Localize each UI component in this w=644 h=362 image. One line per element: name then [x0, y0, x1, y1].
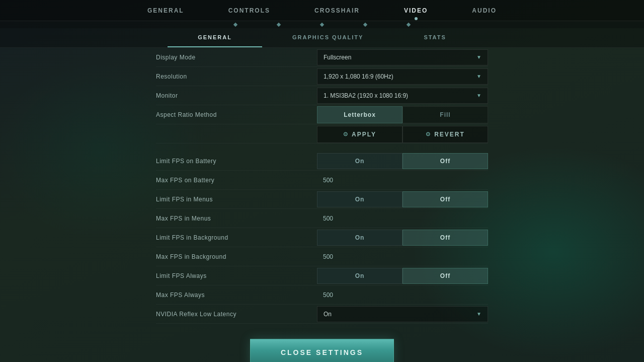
- display-mode-row: Display Mode Fullscreen ▼: [156, 48, 488, 67]
- tab-general[interactable]: GENERAL: [168, 28, 262, 47]
- limit-fps-battery-control: On Off: [317, 153, 488, 169]
- limit-fps-always-row: Limit FPS Always On Off: [156, 266, 488, 285]
- limit-fps-battery-on[interactable]: On: [317, 153, 403, 169]
- tab-stats[interactable]: STATS: [393, 28, 476, 47]
- limit-fps-always-label: Limit FPS Always: [156, 268, 317, 283]
- top-nav: GENERAL CONTROLS CROSSHAIR VIDEO AUDIO: [0, 0, 644, 21]
- apply-revert-row: ⊙ APPLY ⊙ REVERT: [156, 124, 488, 143]
- apply-icon: ⊙: [343, 131, 349, 137]
- limit-fps-background-toggle: On Off: [317, 230, 488, 246]
- nav-audio[interactable]: AUDIO: [470, 7, 499, 14]
- display-mode-arrow: ▼: [476, 54, 481, 60]
- display-mode-control: Fullscreen ▼: [317, 49, 488, 65]
- max-fps-menus-label: Max FPS in Menus: [156, 211, 317, 226]
- letterbox-button[interactable]: Letterbox: [317, 106, 403, 123]
- monitor-arrow: ▼: [476, 93, 481, 98]
- max-fps-battery-row: Max FPS on Battery 500: [156, 171, 488, 190]
- nav-video[interactable]: VIDEO: [402, 7, 430, 14]
- apply-label: APPLY: [352, 131, 376, 138]
- max-fps-menus-value: 500: [317, 211, 339, 226]
- max-fps-always-row: Max FPS Always 500: [156, 285, 488, 305]
- limit-fps-battery-off[interactable]: Off: [403, 153, 488, 169]
- display-mode-dropdown[interactable]: Fullscreen ▼: [317, 49, 488, 65]
- limit-fps-menus-toggle: On Off: [317, 191, 488, 207]
- nvidia-reflex-control: On ▼: [317, 306, 488, 322]
- aspect-ratio-control: Letterbox Fill: [317, 106, 488, 123]
- monitor-dropdown[interactable]: 1. MSI3BA2 (1920 x 1080 16:9) ▼: [317, 88, 488, 104]
- limit-fps-menus-label: Limit FPS in Menus: [156, 192, 317, 207]
- limit-fps-menus-control: On Off: [317, 191, 488, 207]
- tab-graphics-quality[interactable]: GRAPHICS QUALITY: [262, 28, 393, 47]
- max-fps-background-value: 500: [317, 249, 339, 264]
- settings-area: Display Mode Fullscreen ▼ Resolution 1,9…: [156, 48, 488, 362]
- nvidia-reflex-label: NVIDIA Reflex Low Latency: [156, 307, 317, 322]
- limit-fps-battery-toggle: On Off: [317, 153, 488, 169]
- limit-fps-background-control: On Off: [317, 230, 488, 246]
- nav-dot-controls: [277, 23, 281, 27]
- nvidia-reflex-row: NVIDIA Reflex Low Latency On ▼: [156, 305, 488, 324]
- nav-general[interactable]: GENERAL: [145, 7, 186, 14]
- limit-fps-background-label: Limit FPS in Background: [156, 230, 317, 245]
- max-fps-battery-control: 500: [317, 173, 488, 188]
- limit-fps-background-off[interactable]: Off: [403, 230, 488, 246]
- revert-label: REVERT: [434, 131, 465, 138]
- limit-fps-always-toggle: On Off: [317, 268, 488, 284]
- limit-fps-always-off[interactable]: Off: [403, 268, 488, 284]
- limit-fps-battery-row: Limit FPS on Battery On Off: [156, 152, 488, 171]
- apply-button[interactable]: ⊙ APPLY: [317, 126, 403, 143]
- nvidia-reflex-value: On: [324, 311, 332, 318]
- nav-dot-video: [363, 23, 367, 27]
- monitor-row: Monitor 1. MSI3BA2 (1920 x 1080 16:9) ▼: [156, 86, 488, 105]
- aspect-ratio-row: Aspect Ratio Method Letterbox Fill: [156, 105, 488, 124]
- spacer-1: [156, 143, 488, 152]
- resolution-arrow: ▼: [476, 74, 481, 79]
- sub-tabs: GENERAL GRAPHICS QUALITY STATS: [0, 28, 644, 48]
- limit-fps-menus-off[interactable]: Off: [403, 191, 488, 207]
- close-settings-button[interactable]: CLOSE SETTINGS: [250, 339, 394, 362]
- apply-revert-spacer: [156, 130, 317, 138]
- monitor-control: 1. MSI3BA2 (1920 x 1080 16:9) ▼: [317, 88, 488, 104]
- limit-fps-background-on[interactable]: On: [317, 230, 403, 246]
- revert-button[interactable]: ⊙ REVERT: [403, 126, 488, 143]
- max-fps-always-value: 500: [317, 287, 339, 303]
- nav-dots: [0, 21, 644, 28]
- close-settings-wrap: CLOSE SETTINGS: [156, 339, 488, 362]
- fill-button[interactable]: Fill: [403, 106, 488, 123]
- resolution-control: 1,920 x 1,080 16:9 (60Hz) ▼: [317, 68, 488, 85]
- nav-dot-general: [233, 23, 237, 27]
- revert-icon: ⊙: [426, 131, 431, 137]
- monitor-value: 1. MSI3BA2 (1920 x 1080 16:9): [324, 92, 408, 99]
- resolution-row: Resolution 1,920 x 1,080 16:9 (60Hz) ▼: [156, 67, 488, 86]
- max-fps-menus-control: 500: [317, 211, 488, 226]
- max-fps-battery-value: 500: [317, 173, 339, 188]
- max-fps-battery-label: Max FPS on Battery: [156, 173, 317, 188]
- max-fps-menus-row: Max FPS in Menus 500: [156, 209, 488, 228]
- limit-fps-menus-row: Limit FPS in Menus On Off: [156, 190, 488, 209]
- nav-dot-audio: [407, 23, 411, 27]
- resolution-label: Resolution: [156, 69, 317, 84]
- apply-revert-control: ⊙ APPLY ⊙ REVERT: [317, 125, 488, 143]
- max-fps-always-control: 500: [317, 287, 488, 303]
- max-fps-always-label: Max FPS Always: [156, 287, 317, 303]
- limit-fps-always-control: On Off: [317, 268, 488, 284]
- display-mode-label: Display Mode: [156, 50, 317, 65]
- limit-fps-background-row: Limit FPS in Background On Off: [156, 228, 488, 247]
- aspect-ratio-label: Aspect Ratio Method: [156, 107, 317, 122]
- nav-dot-crosshair: [320, 23, 324, 27]
- limit-fps-battery-label: Limit FPS on Battery: [156, 154, 317, 169]
- nvidia-reflex-arrow: ▼: [476, 311, 481, 317]
- resolution-dropdown[interactable]: 1,920 x 1,080 16:9 (60Hz) ▼: [317, 68, 488, 85]
- aspect-ratio-group: Letterbox Fill: [317, 106, 488, 123]
- monitor-label: Monitor: [156, 88, 317, 103]
- nvidia-reflex-dropdown[interactable]: On ▼: [317, 306, 488, 322]
- max-fps-background-row: Max FPS in Background 500: [156, 247, 488, 266]
- resolution-value: 1,920 x 1,080 16:9 (60Hz): [324, 73, 393, 80]
- display-mode-value: Fullscreen: [324, 54, 351, 61]
- nav-controls[interactable]: CONTROLS: [226, 7, 272, 14]
- nav-crosshair[interactable]: CROSSHAIR: [312, 7, 362, 14]
- max-fps-background-label: Max FPS in Background: [156, 249, 317, 264]
- limit-fps-always-on[interactable]: On: [317, 268, 403, 284]
- max-fps-background-control: 500: [317, 249, 488, 264]
- limit-fps-menus-on[interactable]: On: [317, 191, 403, 207]
- action-row: ⊙ APPLY ⊙ REVERT: [317, 126, 488, 143]
